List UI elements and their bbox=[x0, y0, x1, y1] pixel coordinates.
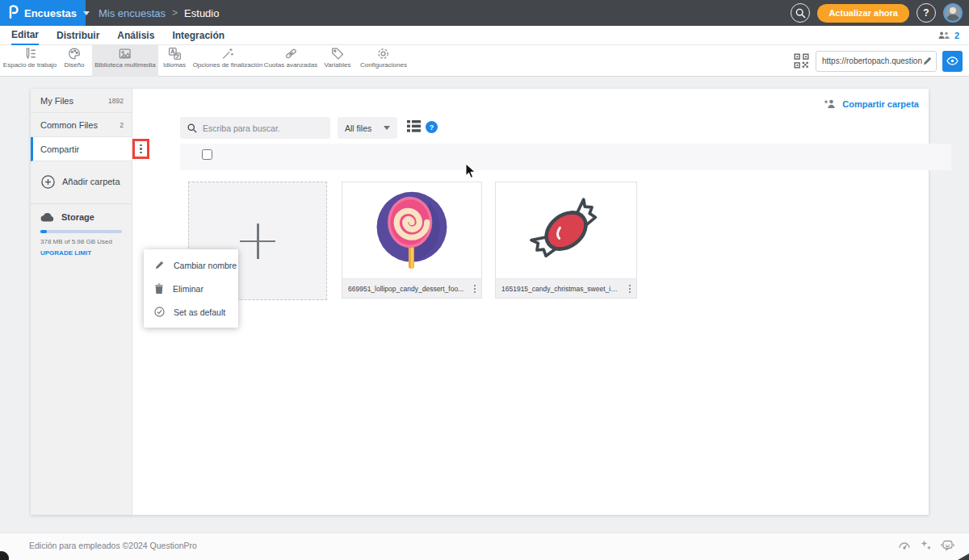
file-type-filter[interactable]: All files bbox=[338, 117, 397, 139]
update-now-button[interactable]: Actualizar ahora bbox=[817, 4, 909, 23]
search-icon bbox=[187, 123, 197, 133]
toolbar-item-configuraciones[interactable]: Configuraciones bbox=[360, 47, 407, 69]
storage-progressbar bbox=[40, 230, 122, 233]
breadcrumb-survey-name: Estudio bbox=[184, 7, 219, 19]
footer-tools bbox=[898, 539, 954, 551]
top-header: Encuestas Mis encuestas > Estudio Actual… bbox=[0, 0, 969, 26]
kebab-icon bbox=[140, 144, 142, 154]
file-name: 1651915_candy_christmas_sweet_ico... bbox=[501, 285, 619, 293]
questionpro-logo-icon bbox=[8, 5, 19, 21]
sidebar-item-compartir[interactable]: Compartir bbox=[31, 137, 132, 161]
collaborators-count: 2 bbox=[954, 31, 959, 40]
avatar[interactable] bbox=[943, 3, 963, 23]
media-library-panel: My Files 1892 Common Files 2 Compartir A… bbox=[31, 89, 929, 515]
file-card-lollipop[interactable]: 669951_lollipop_candy_dessert_foo... bbox=[342, 182, 482, 299]
file-thumbnail bbox=[342, 182, 481, 278]
palette-icon bbox=[68, 47, 82, 61]
list-view-icon[interactable] bbox=[407, 120, 421, 132]
menu-item-set-as-default[interactable]: Set as default bbox=[144, 300, 238, 324]
menu-item-eliminar[interactable]: Eliminar bbox=[144, 277, 238, 300]
toolbar-item-variables[interactable]: Variables bbox=[325, 47, 351, 69]
toolbar-item-opciones-de-finalizacion[interactable]: Opciones de finalización bbox=[193, 47, 263, 69]
trash-icon bbox=[154, 283, 164, 294]
candy-art bbox=[518, 187, 615, 274]
select-all-row bbox=[180, 144, 951, 170]
folders-sidebar: My Files 1892 Common Files 2 Compartir A… bbox=[31, 89, 132, 515]
media-library-icon bbox=[119, 47, 132, 61]
breadcrumb-separator: > bbox=[172, 7, 178, 19]
sparkles-icon[interactable] bbox=[920, 539, 932, 551]
add-person-icon bbox=[824, 98, 837, 109]
menu-item-cambiar-nombre[interactable]: Cambiar nombre bbox=[144, 253, 238, 277]
file-name: 669951_lollipop_candy_dessert_foo... bbox=[348, 285, 464, 293]
add-file-icon bbox=[240, 224, 275, 259]
survey-url-field[interactable] bbox=[816, 51, 937, 72]
chevron-down-icon bbox=[83, 11, 90, 15]
select-all-checkbox[interactable] bbox=[202, 149, 212, 160]
people-icon bbox=[938, 31, 950, 40]
tab-integracion[interactable]: Integración bbox=[172, 26, 224, 45]
check-circle-icon bbox=[154, 307, 165, 317]
toolbar-item-diseno[interactable]: Diseño bbox=[65, 47, 85, 69]
edition-text: Edición para empleados ©2024 QuestionPro bbox=[29, 541, 197, 550]
qr-code-icon[interactable] bbox=[794, 53, 809, 69]
file-count-badge: 1892 bbox=[108, 97, 124, 105]
chatbot-icon[interactable] bbox=[941, 539, 954, 551]
preview-survey-button[interactable] bbox=[942, 51, 963, 72]
library-help-button[interactable]: ? bbox=[426, 121, 438, 133]
nav-tabs: Editar Distribuir Análisis Integración bbox=[11, 26, 224, 45]
survey-url-group bbox=[794, 45, 969, 77]
survey-toolbar: Espacio de trabajo Diseño Biblioteca mul… bbox=[0, 45, 969, 77]
breadcrumb: Mis encuestas > Estudio bbox=[99, 0, 219, 26]
toolbar-item-cuotas-avanzadas[interactable]: Cuotas avanzadas bbox=[264, 47, 317, 69]
add-folder-button[interactable]: Añadir carpeta bbox=[31, 165, 132, 198]
resize-corner-artifact bbox=[958, 554, 969, 560]
page-footer: Edición para empleados ©2024 QuestionPro bbox=[0, 533, 969, 560]
breadcrumb-my-surveys[interactable]: Mis encuestas bbox=[99, 7, 166, 19]
languages-icon bbox=[167, 47, 181, 61]
storage-progress-fill bbox=[40, 230, 47, 233]
workspace-icon bbox=[23, 47, 36, 61]
product-switcher[interactable]: Encuestas bbox=[0, 0, 86, 26]
file-card-candy[interactable]: 1651915_candy_christmas_sweet_ico... bbox=[495, 182, 637, 299]
tab-editar[interactable]: Editar bbox=[11, 26, 39, 45]
folder-options-kebab-button[interactable] bbox=[132, 139, 149, 159]
gear-icon bbox=[377, 47, 391, 61]
wand-icon bbox=[221, 47, 235, 61]
storage-usage-text: 378 MB of 5.98 GB Used bbox=[40, 238, 127, 245]
tab-distribuir[interactable]: Distribuir bbox=[57, 26, 99, 45]
plus-circle-icon bbox=[41, 175, 55, 189]
search-button[interactable] bbox=[791, 3, 810, 23]
filter-selected-value: All files bbox=[345, 123, 371, 133]
storage-title: Storage bbox=[61, 212, 94, 222]
toolbar-item-biblioteca-multimedia[interactable]: Biblioteca multimedia bbox=[94, 47, 156, 69]
upgrade-limit-link[interactable]: UPGRADE LIMIT bbox=[40, 249, 127, 257]
chevron-down-icon bbox=[384, 126, 390, 130]
search-icon bbox=[795, 8, 806, 19]
tab-analisis[interactable]: Análisis bbox=[117, 26, 154, 45]
section-nav: Editar Distribuir Análisis Integración 2 bbox=[0, 26, 969, 45]
sidebar-item-common-files[interactable]: Common Files 2 bbox=[31, 113, 132, 137]
eye-icon bbox=[946, 56, 959, 65]
file-search-input[interactable] bbox=[203, 123, 324, 133]
files-content: Compartir carpeta All files ? bbox=[132, 89, 929, 515]
chain-icon bbox=[283, 47, 297, 61]
cloud-icon bbox=[40, 212, 55, 222]
file-count-badge: 2 bbox=[120, 121, 124, 129]
sidebar-item-my-files[interactable]: My Files 1892 bbox=[31, 89, 132, 113]
storage-section: Storage 378 MB of 5.98 GB Used UPGRADE L… bbox=[31, 203, 132, 257]
file-options-kebab-icon[interactable] bbox=[629, 285, 631, 293]
pencil-icon bbox=[154, 260, 165, 270]
file-options-kebab-icon[interactable] bbox=[474, 285, 476, 293]
gauge-icon[interactable] bbox=[898, 539, 911, 551]
collaborators-button[interactable]: 2 bbox=[938, 26, 959, 45]
edit-url-pencil-icon[interactable] bbox=[922, 56, 933, 66]
toolbar-item-espacio-de-trabajo[interactable]: Espacio de trabajo bbox=[3, 47, 57, 69]
toolbar-item-idiomas[interactable]: Idiomas bbox=[163, 47, 186, 69]
file-search-box[interactable] bbox=[180, 117, 330, 139]
share-folder-button[interactable]: Compartir carpeta bbox=[824, 98, 919, 109]
help-button[interactable]: ? bbox=[917, 3, 936, 23]
survey-url-input[interactable] bbox=[822, 56, 922, 65]
header-actions: Actualizar ahora ? bbox=[791, 0, 963, 26]
file-thumbnail bbox=[496, 182, 636, 278]
